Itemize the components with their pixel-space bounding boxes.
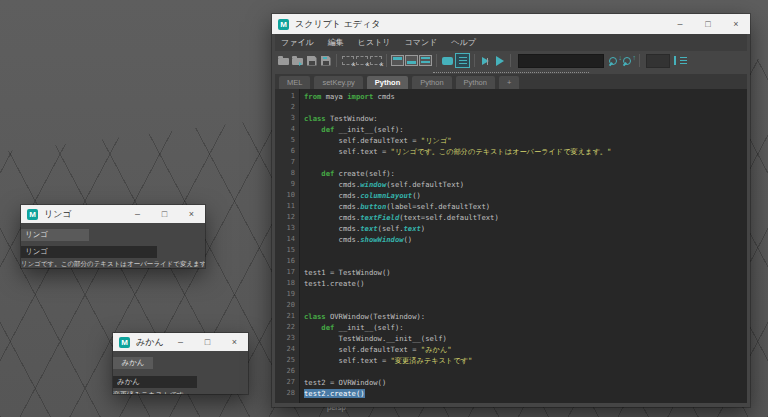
code-line: 2 [275, 102, 747, 113]
show-history-pane-icon[interactable] [391, 54, 404, 68]
minimize-button[interactable]: – [167, 333, 194, 351]
close-button[interactable]: × [221, 333, 248, 351]
menubar: ファイル編集ヒストリコマンドヘルプ [275, 34, 747, 51]
line-content: cmds.columnLayout() [300, 190, 421, 201]
clear-input-icon[interactable] [355, 54, 368, 68]
mikan-text-field[interactable] [113, 376, 197, 388]
code-lines: 1from maya import cmds23class TestWindow… [275, 89, 747, 399]
line-content: cmds.textField(text=self.defaultText) [300, 212, 499, 223]
mikan-button[interactable]: みかん [113, 357, 153, 369]
show-both-panes-icon[interactable] [419, 54, 432, 68]
line-number: 24 [275, 344, 300, 355]
line-number: 12 [275, 212, 300, 223]
show-input-pane-icon[interactable] [405, 54, 418, 68]
code-line: 4 def __init__(self): [275, 124, 747, 135]
code-line: 13 cmds.text(self.text) [275, 223, 747, 234]
save-script-icon[interactable] [305, 54, 318, 68]
search-input[interactable] [518, 54, 604, 68]
ringo-window-body: リンゴ リンゴです。この部分のテキストはオーバーライドで変えます。 [21, 223, 205, 268]
code-line: 22 def __init__(self): [275, 322, 747, 333]
splitter-handle-dots [433, 72, 589, 73]
line-content: cmds.text(self.text) [300, 223, 425, 234]
line-number: 8 [275, 168, 300, 179]
line-content: test2 = OVRWindow() [300, 377, 386, 388]
line-content [300, 366, 304, 377]
source-script-icon[interactable] [291, 54, 304, 68]
goto-line-input[interactable] [646, 54, 670, 68]
clear-all-icon[interactable] [369, 54, 382, 68]
menu-item-0[interactable]: ファイル [281, 37, 314, 48]
minimize-button[interactable]: – [666, 14, 694, 34]
ringo-text-label: リンゴです。この部分のテキストはオーバーライドで変えます。 [21, 260, 205, 268]
code-line: 8 def create(self): [275, 168, 747, 179]
line-number: 9 [275, 179, 300, 190]
line-number: 2 [275, 102, 300, 113]
close-button[interactable]: × [178, 205, 205, 223]
tab-1[interactable]: setKey.py [314, 76, 362, 89]
menu-item-2[interactable]: ヒストリ [358, 37, 391, 48]
line-content: self.text = "変更済みテキストです" [300, 355, 472, 366]
tab-4[interactable]: Python [456, 76, 495, 89]
tab-0[interactable]: MEL [279, 76, 310, 89]
mikan-titlebar[interactable]: M みかん – □ × [113, 333, 248, 351]
line-content: test1.create() [300, 278, 365, 289]
maximize-button[interactable]: □ [151, 205, 178, 223]
line-content: self.text = "リンゴです。この部分のテキストはオーバーライドで変えま… [300, 146, 611, 157]
search-down-icon[interactable] [608, 54, 621, 68]
code-line: 14 cmds.showWindow() [275, 234, 747, 245]
maya-viewport[interactable]: persp M リンゴ – □ × リンゴ リンゴです。この部分のテキストはオー… [0, 0, 768, 417]
menu-item-1[interactable]: 編集 [328, 37, 344, 48]
toolbar-separator [639, 54, 640, 67]
ringo-button[interactable]: リンゴ [21, 229, 89, 241]
line-number: 6 [275, 146, 300, 157]
execute-all-icon[interactable] [493, 54, 506, 68]
clear-history-icon[interactable] [341, 54, 354, 68]
line-content: class OVRWindow(TestWindow): [300, 311, 425, 322]
line-number: 18 [275, 278, 300, 289]
maximize-button[interactable]: □ [194, 333, 221, 351]
line-content [300, 289, 304, 300]
line-content: test2.create() [300, 388, 365, 399]
code-line: 24 self.defaultText = "みかん" [275, 344, 747, 355]
line-content: TestWindow.__init__(self) [300, 333, 447, 344]
mikan-window-title: みかん [136, 336, 167, 349]
indent-icon[interactable] [673, 54, 686, 68]
line-content [300, 256, 304, 267]
close-button[interactable]: × [722, 14, 750, 34]
tab-3[interactable]: Python [412, 76, 451, 89]
tab-2[interactable]: Python [367, 76, 408, 89]
line-content: class TestWindow: [300, 113, 378, 124]
script-editor-titlebar[interactable]: M スクリプト エディタ – □ × [272, 14, 750, 34]
code-input-pane[interactable]: 1from maya import cmds23class TestWindow… [275, 89, 747, 403]
echo-all-commands-icon[interactable] [441, 54, 454, 68]
line-number: 16 [275, 256, 300, 267]
code-line: 23 TestWindow.__init__(self) [275, 333, 747, 344]
line-number: 26 [275, 366, 300, 377]
script-editor-window: M スクリプト エディタ – □ × ファイル編集ヒストリコマンドヘルプ MEL… [272, 14, 750, 407]
menu-item-3[interactable]: コマンド [405, 37, 438, 48]
tab-5-new[interactable]: + [499, 76, 519, 89]
code-line: 21class OVRWindow(TestWindow): [275, 311, 747, 322]
load-script-icon[interactable] [277, 54, 290, 68]
line-content: def __init__(self): [300, 124, 404, 135]
maximize-button[interactable]: □ [694, 14, 722, 34]
line-content: def create(self): [300, 168, 395, 179]
execute-selected-icon[interactable] [479, 54, 492, 68]
line-number: 1 [275, 91, 300, 102]
line-content: self.defaultText = "リンゴ" [300, 135, 452, 146]
toolbar-separator [474, 54, 475, 67]
code-line: 20 [275, 300, 747, 311]
minimize-button[interactable]: – [124, 205, 151, 223]
line-content [300, 300, 304, 311]
ringo-titlebar[interactable]: M リンゴ – □ × [21, 205, 205, 223]
menu-item-4[interactable]: ヘルプ [451, 37, 476, 48]
code-line: 27test2 = OVRWindow() [275, 377, 747, 388]
save-to-shelf-icon[interactable] [319, 54, 332, 68]
code-line: 15 [275, 245, 747, 256]
line-content: cmds.button(label=self.defaultText) [300, 201, 490, 212]
line-numbers-icon[interactable] [455, 53, 470, 68]
code-line: 18test1.create() [275, 278, 747, 289]
line-number: 7 [275, 157, 300, 168]
ringo-text-field[interactable] [21, 246, 157, 258]
search-up-icon[interactable] [622, 54, 635, 68]
